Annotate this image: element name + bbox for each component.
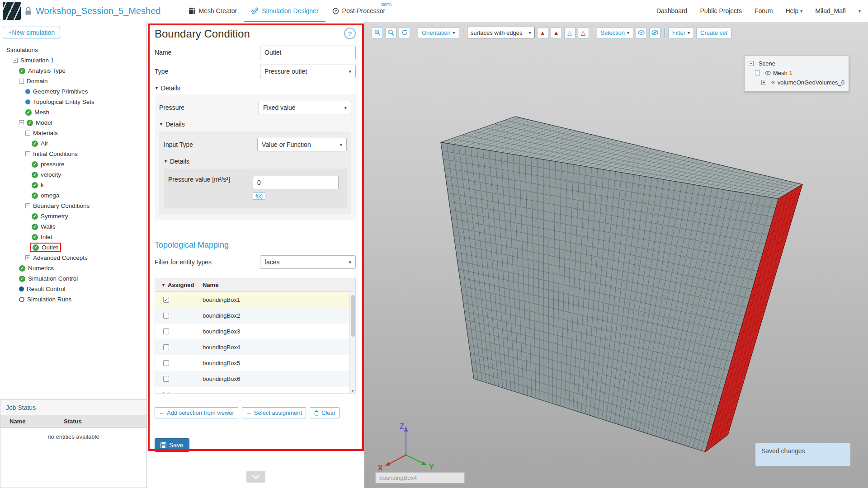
collapse-triangle-icon[interactable]: ▼ bbox=[155, 86, 159, 90]
table-row[interactable]: boundingBox3 bbox=[155, 324, 355, 339]
table-scrollbar[interactable]: ▾ bbox=[349, 292, 355, 393]
input-type-select[interactable]: Value or Function ▾ bbox=[257, 138, 347, 151]
nav-user[interactable]: Milad_Mafi bbox=[815, 7, 846, 14]
add-selection-button[interactable]: ← Add selection from viewer bbox=[155, 407, 238, 418]
assigned-checkbox[interactable] bbox=[163, 344, 169, 350]
tree-item-mesh[interactable]: ✓Mesh bbox=[0, 107, 146, 117]
tree-item-analysis-type[interactable]: ✓Analysis Type bbox=[0, 66, 146, 76]
orientation-button[interactable]: Orientation ▾ bbox=[418, 27, 459, 38]
sort-triangle-icon[interactable]: ▼ bbox=[161, 283, 165, 287]
nav-help[interactable]: Help▾ bbox=[785, 7, 802, 14]
collapse-toggle[interactable]: − bbox=[755, 70, 760, 75]
assigned-checkbox[interactable] bbox=[163, 313, 169, 319]
collapse-panel-button[interactable] bbox=[246, 471, 265, 483]
expand-toggle[interactable]: + bbox=[761, 80, 766, 85]
tree-item-boundary-conditions[interactable]: −Boundary Conditions bbox=[0, 201, 146, 211]
table-row[interactable]: ✓boundingBox1 bbox=[155, 292, 355, 308]
selection-button[interactable]: Selection ▾ bbox=[597, 27, 634, 38]
help-button[interactable]: ? bbox=[344, 28, 356, 39]
pressure-select[interactable]: Fixed value ▾ bbox=[259, 101, 351, 114]
tree-item-omega[interactable]: ✓omega bbox=[0, 190, 146, 201]
tree-item-inlet[interactable]: ✓Inlet bbox=[0, 232, 146, 242]
nav-public-projects[interactable]: Public Projects bbox=[700, 7, 742, 14]
scrollbar-thumb[interactable] bbox=[351, 295, 355, 337]
refresh-button[interactable] bbox=[399, 27, 410, 38]
collapse-toggle[interactable]: − bbox=[25, 203, 30, 208]
tree-item-result-control[interactable]: Result Control bbox=[0, 284, 146, 294]
tree-item-simulation-1[interactable]: −Simulation 1 bbox=[0, 55, 146, 66]
tree-item-symmetry[interactable]: ✓Symmetry bbox=[0, 211, 146, 221]
assigned-checkbox[interactable] bbox=[163, 392, 169, 394]
tree-item-simulation-runs[interactable]: Simulation Runs bbox=[0, 294, 146, 305]
table-row[interactable]: boundingBox4 bbox=[155, 339, 355, 355]
nav-forum[interactable]: Forum bbox=[755, 7, 773, 14]
pick-face-button[interactable]: ▲ bbox=[551, 27, 562, 38]
entity-filter-select[interactable]: faces ▾ bbox=[260, 255, 356, 269]
tree-item-numerics[interactable]: ✓Numerics bbox=[0, 263, 146, 273]
new-simulation-button[interactable]: +New simulation bbox=[3, 27, 60, 38]
table-row[interactable]: boundingBox6 bbox=[155, 371, 355, 387]
tree-item-geometry-primitives[interactable]: Geometry Primitives bbox=[0, 86, 146, 97]
hide-selected-button[interactable] bbox=[649, 27, 660, 38]
assigned-checkbox[interactable] bbox=[163, 328, 169, 334]
zoom-in-button[interactable] bbox=[372, 27, 383, 38]
tree-item-k[interactable]: ✓k bbox=[0, 180, 146, 190]
app-logo-icon[interactable] bbox=[3, 2, 21, 20]
scene-tree-volume[interactable]: + volumeOnGeoVolumes_0 bbox=[749, 78, 844, 87]
pick-edge-button[interactable]: △ bbox=[564, 27, 576, 38]
tree-item-advanced-concepts[interactable]: +Advanced Concepts bbox=[0, 253, 146, 263]
eye-icon[interactable] bbox=[771, 80, 775, 84]
table-row[interactable]: boundingBox5 bbox=[155, 355, 355, 371]
collapse-toggle[interactable]: − bbox=[749, 61, 754, 66]
tab-post-processor[interactable]: Post-Processor BETA bbox=[326, 0, 392, 22]
collapse-toggle[interactable]: − bbox=[13, 58, 18, 63]
tree-item-materials[interactable]: −Materials bbox=[0, 128, 146, 138]
tree-item-velocity[interactable]: ✓velocity bbox=[0, 169, 146, 180]
assigned-checkbox[interactable] bbox=[163, 360, 169, 366]
scene-tree-root[interactable]: − Scene bbox=[749, 59, 844, 68]
zoom-fit-button[interactable] bbox=[385, 27, 396, 38]
pressure-value-input[interactable] bbox=[253, 176, 339, 189]
nav-dashboard[interactable]: Dashboard bbox=[656, 7, 688, 14]
chevron-down-icon[interactable]: ▾ bbox=[859, 9, 861, 14]
assigned-checkbox[interactable]: ✓ bbox=[163, 297, 169, 303]
scroll-down-icon[interactable]: ▾ bbox=[350, 389, 355, 393]
tree-item-domain[interactable]: −Domain bbox=[0, 76, 146, 86]
tree-item-simulation-control[interactable]: ✓Simulation Control bbox=[0, 273, 146, 284]
tree-item-walls[interactable]: ✓Walls bbox=[0, 221, 146, 232]
collapse-triangle-icon[interactable]: ▼ bbox=[159, 122, 163, 127]
expand-toggle[interactable]: + bbox=[25, 255, 30, 260]
viewer-entity-input[interactable] bbox=[375, 472, 465, 483]
render-mode-select[interactable]: surfaces with edges ▾ bbox=[467, 27, 535, 38]
tree-item-simulations[interactable]: Simulations bbox=[0, 45, 146, 55]
tree-item-topological-entity-sets[interactable]: Topological Entity Sets bbox=[0, 97, 146, 107]
tree-item-pressure[interactable]: ✓pressure bbox=[0, 159, 146, 169]
function-button[interactable]: f(x) bbox=[253, 192, 265, 200]
tab-mesh-creator[interactable]: Mesh Creator bbox=[182, 0, 244, 22]
type-select[interactable]: Pressure outlet ▾ bbox=[260, 65, 356, 78]
assigned-checkbox[interactable] bbox=[163, 376, 169, 382]
viewer-3d[interactable]: Orientation ▾ surfaces with edges ▾ ▲ ▲ … bbox=[364, 22, 868, 488]
eye-icon[interactable] bbox=[765, 71, 771, 75]
table-row-partial[interactable] bbox=[155, 387, 355, 394]
clear-button[interactable]: Clear bbox=[310, 407, 340, 418]
table-row[interactable]: boundingBox2 bbox=[155, 308, 355, 324]
pick-volume-button[interactable]: ▲ bbox=[537, 27, 548, 38]
mesh-3d-view[interactable] bbox=[364, 22, 868, 488]
collapse-toggle[interactable]: − bbox=[25, 131, 30, 136]
tree-item-initial-conditions[interactable]: −Initial Conditions bbox=[0, 149, 146, 159]
tree-item-outlet[interactable]: ✓Outlet bbox=[0, 242, 146, 253]
project-title[interactable]: Workshop_Session_5_Meshed bbox=[36, 6, 160, 16]
tree-item-air[interactable]: ✓Air bbox=[0, 138, 146, 149]
filter-button[interactable]: Filter ▾ bbox=[668, 27, 694, 38]
pick-node-button[interactable]: △ bbox=[578, 27, 589, 38]
select-assignment-button[interactable]: → Select assignment bbox=[242, 407, 306, 418]
create-set-button[interactable]: Create set bbox=[696, 27, 731, 38]
tree-item-model[interactable]: −✓Model bbox=[0, 117, 146, 128]
tab-simulation-designer[interactable]: Simulation Designer bbox=[244, 0, 325, 22]
save-button[interactable]: Save bbox=[155, 438, 189, 452]
collapse-triangle-icon[interactable]: ▼ bbox=[164, 159, 168, 164]
collapse-toggle[interactable]: − bbox=[19, 79, 24, 84]
collapse-toggle[interactable]: − bbox=[25, 151, 30, 156]
scene-tree-mesh[interactable]: − Mesh 1 bbox=[749, 68, 844, 78]
